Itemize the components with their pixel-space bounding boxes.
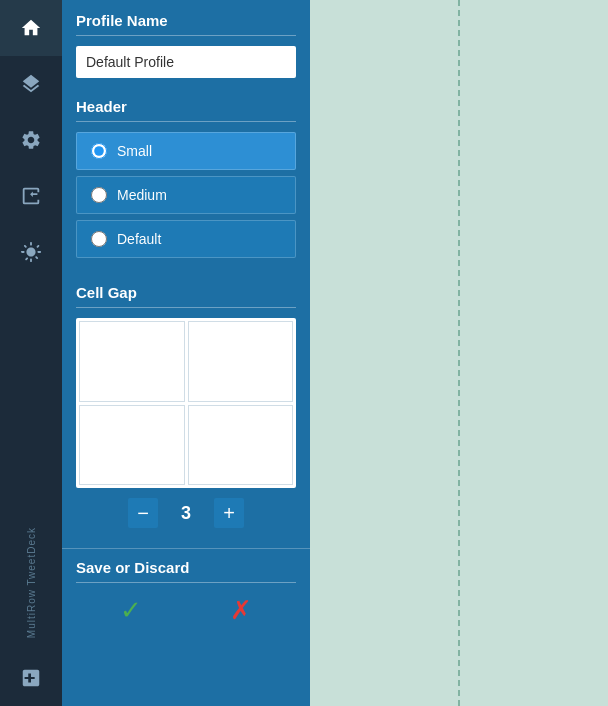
header-title: Header [76,98,296,122]
header-section: Header Small Medium Default [62,86,310,272]
x-icon: ✗ [230,595,252,626]
profile-name-section: Profile Name [62,0,310,86]
gear-icon [20,129,42,151]
layers-icon [20,73,42,95]
cell-tl [79,321,185,402]
main-column-2 [460,0,608,706]
icon-sidebar: MultiRow TweetDeck [0,0,62,706]
profile-name-title: Profile Name [76,12,296,36]
header-option-small[interactable]: Small [76,132,296,170]
header-option-small-label: Small [117,143,152,159]
decrease-gap-button[interactable]: − [128,498,158,528]
header-radio-small[interactable] [91,143,107,159]
main-content [310,0,608,706]
cell-bl [79,405,185,486]
cell-tr [188,321,294,402]
header-option-medium-label: Medium [117,187,167,203]
header-option-default[interactable]: Default [76,220,296,258]
save-button[interactable]: ✓ [120,595,142,626]
cell-br [188,405,294,486]
header-radio-medium[interactable] [91,187,107,203]
sidebar-item-theme[interactable] [0,224,62,280]
sidebar-item-text[interactable] [0,168,62,224]
header-radio-default[interactable] [91,231,107,247]
sidebar-item-settings[interactable] [0,112,62,168]
home-icon [20,17,42,39]
sidebar-item-home[interactable] [0,0,62,56]
sun-icon [20,241,42,263]
sidebar-item-layers[interactable] [0,56,62,112]
cell-gap-preview [76,318,296,488]
settings-panel: Profile Name Header Small Medium Default… [62,0,310,706]
cell-gap-section: Cell Gap − 3 + [62,272,310,548]
sidebar-item-add[interactable] [0,650,62,706]
save-discard-title: Save or Discard [76,559,296,583]
text-icon [20,185,42,207]
header-option-default-label: Default [117,231,161,247]
gap-controls: − 3 + [76,498,296,528]
save-discard-buttons: ✓ ✗ [76,595,296,626]
add-column-icon [20,667,42,689]
header-option-medium[interactable]: Medium [76,176,296,214]
profile-name-input[interactable] [76,46,296,78]
main-column-1 [310,0,460,706]
gap-value: 3 [176,503,196,524]
increase-gap-button[interactable]: + [214,498,244,528]
save-discard-section: Save or Discard ✓ ✗ [62,548,310,634]
sidebar-bottom-label: MultiRow TweetDeck [22,519,41,646]
discard-button[interactable]: ✗ [230,595,252,626]
check-icon: ✓ [120,595,142,626]
cell-gap-title: Cell Gap [76,284,296,308]
